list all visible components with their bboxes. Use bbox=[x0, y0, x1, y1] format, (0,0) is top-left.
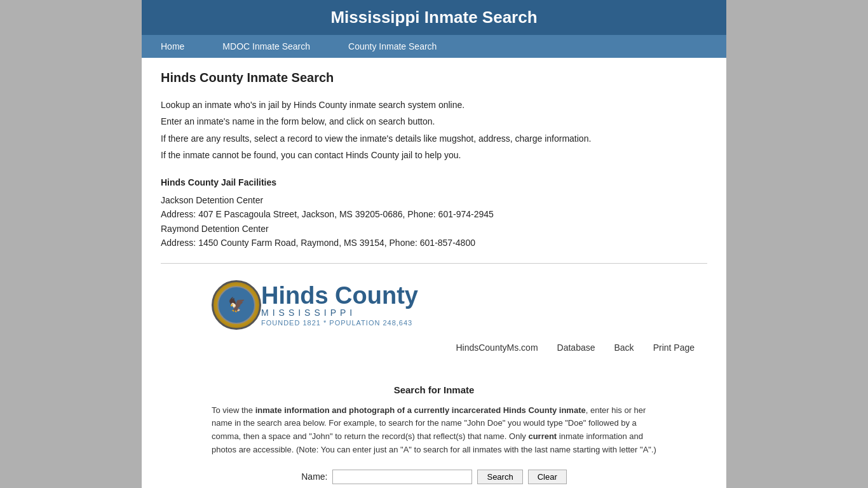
logo-text: Hinds County MISSISSIPPI FOUNDED 1821 * … bbox=[261, 283, 418, 327]
search-description: To view the inmate information and photo… bbox=[212, 404, 656, 457]
name-label: Name: bbox=[301, 471, 327, 482]
footer-link-database[interactable]: Database bbox=[557, 342, 595, 353]
seal-eagle-icon: 🦅 bbox=[228, 297, 245, 313]
nav-mdoc[interactable]: MDOC Inmate Search bbox=[203, 35, 329, 58]
facility1-name: Jackson Detention Center bbox=[161, 193, 707, 207]
facilities-block: Hinds County Jail Facilities Jackson Det… bbox=[161, 175, 707, 250]
desc-line3: If there are any results, select a recor… bbox=[161, 132, 707, 146]
facility1-address: Address: 407 E Pascagoula Street, Jackso… bbox=[161, 207, 707, 221]
search-section: Search for Inmate To view the inmate inf… bbox=[142, 372, 726, 488]
footer-links: HindsCountyMs.com Database Back Print Pa… bbox=[161, 336, 707, 359]
footer-link-hinds[interactable]: HindsCountyMs.com bbox=[456, 342, 538, 353]
nav-county[interactable]: County Inmate Search bbox=[329, 35, 456, 58]
desc-line4: If the inmate cannot be found, you can c… bbox=[161, 148, 707, 162]
facilities-title: Hinds County Jail Facilities bbox=[161, 175, 707, 189]
divider bbox=[161, 263, 707, 264]
footer-link-back[interactable]: Back bbox=[614, 342, 634, 353]
header: Mississippi Inmate Search bbox=[142, 0, 726, 35]
logo-section: 🦅 Hinds County MISSISSIPPI FOUNDED 1821 … bbox=[161, 274, 707, 336]
logo-founded: FOUNDED 1821 * POPULATION 248,643 bbox=[261, 319, 412, 327]
desc-line1: Lookup an inmate who's in jail by Hinds … bbox=[161, 98, 707, 112]
desc-line2: Enter an inmate's name in the form below… bbox=[161, 114, 707, 128]
facility2-address: Address: 1450 County Farm Road, Raymond,… bbox=[161, 236, 707, 250]
county-seal: 🦅 bbox=[212, 280, 261, 330]
name-input[interactable] bbox=[332, 470, 472, 484]
nav-home[interactable]: Home bbox=[142, 35, 203, 58]
search-button[interactable]: Search bbox=[477, 470, 522, 484]
page-main-title: Mississippi Inmate Search bbox=[154, 8, 714, 27]
navigation: Home MDOC Inmate Search County Inmate Se… bbox=[142, 35, 726, 58]
search-form: Name: Search Clear bbox=[161, 470, 707, 484]
search-title: Search for Inmate bbox=[161, 384, 707, 395]
clear-button[interactable]: Clear bbox=[528, 470, 567, 484]
facility2-name: Raymond Detention Center bbox=[161, 222, 707, 236]
main-content: Hinds County Inmate Search Lookup an inm… bbox=[142, 58, 726, 372]
footer-link-print[interactable]: Print Page bbox=[653, 342, 695, 353]
description-block: Lookup an inmate who's in jail by Hinds … bbox=[161, 98, 707, 163]
logo-state: MISSISSIPPI bbox=[261, 308, 356, 318]
page-title: Hinds County Inmate Search bbox=[161, 71, 707, 85]
logo-county-name: Hinds County bbox=[261, 283, 418, 308]
